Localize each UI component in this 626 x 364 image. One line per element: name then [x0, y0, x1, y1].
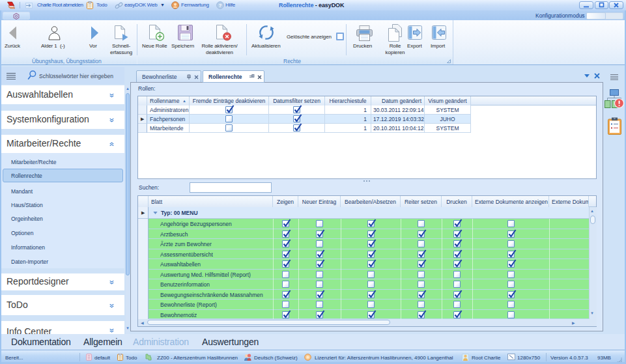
svg-text:?: ?: [219, 3, 222, 8]
